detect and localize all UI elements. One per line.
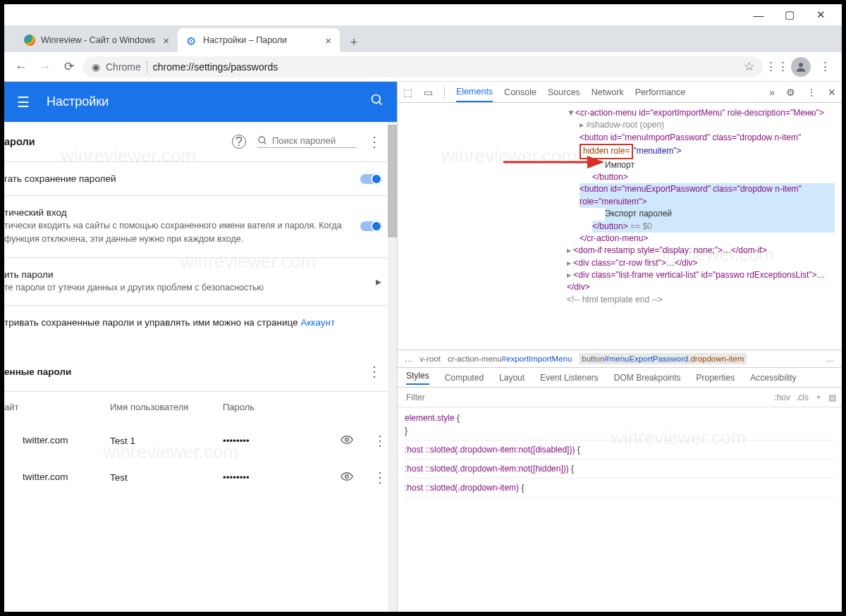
tab-accessibility[interactable]: Accessibility: [750, 373, 796, 383]
tab-layout[interactable]: Layout: [499, 373, 525, 383]
hov-toggle[interactable]: :hov: [774, 393, 790, 402]
menu-icon[interactable]: ☰: [17, 94, 30, 111]
forward-button[interactable]: →: [35, 57, 55, 77]
site-favicon-icon: [4, 471, 17, 483]
tab-console[interactable]: Console: [504, 83, 537, 101]
settings-page: ☰ Настройки ароли ? ⋮ гать сохранение: [4, 82, 397, 612]
tab-sources[interactable]: Sources: [548, 83, 580, 101]
saved-passwords-header: енные пароли: [4, 366, 357, 377]
devtools-panel: ⬚ ▭ Elements Console Sources Network Per…: [397, 82, 842, 612]
password-search-input[interactable]: [272, 135, 350, 146]
offer-save-passwords-toggle[interactable]: [360, 174, 381, 184]
browser-tab-2[interactable]: ⚙ Настройки – Пароли ×: [178, 28, 340, 52]
styles-pane[interactable]: element.style {}:host ::slotted(.dropdow…: [398, 407, 842, 612]
settings-scrollbar[interactable]: [388, 122, 397, 612]
dom-node[interactable]: <dom-if restamp style="display: none;">……: [573, 245, 766, 255]
tab-dom-breakpoints[interactable]: DOM Breakpoints: [614, 373, 681, 383]
dom-node[interactable]: </button>: [592, 221, 628, 231]
inspect-icon[interactable]: ⬚: [403, 87, 412, 98]
dom-node[interactable]: </button>: [592, 172, 628, 182]
auto-login-toggle[interactable]: [360, 221, 381, 231]
site-favicon-icon: [4, 434, 17, 447]
chrome-dino-icon: ◉: [92, 61, 100, 73]
window-maximize-button[interactable]: ▢: [784, 9, 795, 20]
tab-title: Winreview - Сайт о Windows: [41, 35, 155, 45]
devtools-tabs: ⬚ ▭ Elements Console Sources Network Per…: [398, 82, 842, 103]
dom-comment: <!-- html template end -->: [567, 295, 662, 304]
new-tab-button[interactable]: +: [344, 32, 364, 52]
tab-close-icon[interactable]: ×: [163, 35, 169, 47]
reveal-password-icon[interactable]: [341, 470, 353, 485]
section-title: ароли: [4, 136, 35, 147]
tab-computed[interactable]: Computed: [445, 373, 484, 383]
reload-button[interactable]: ⟳: [59, 57, 79, 77]
col-pass-header: Пароль: [223, 402, 307, 412]
reveal-password-icon[interactable]: [341, 433, 353, 448]
browser-tab-1[interactable]: Winreview - Сайт о Windows ×: [16, 28, 178, 52]
new-rule-icon[interactable]: ＋: [814, 391, 823, 403]
tab-strip: Winreview - Сайт о Windows × ⚙ Настройки…: [4, 25, 842, 52]
dom-node[interactable]: </cr-action-menu>: [580, 233, 648, 243]
tab-performance[interactable]: Performance: [635, 83, 686, 101]
svg-point-3: [259, 137, 265, 143]
styles-filter-input[interactable]: [403, 391, 768, 404]
dom-node[interactable]: <div class="cr-row first">…</div>: [573, 258, 697, 268]
omnibox-separator: [147, 61, 147, 73]
tab-event-listeners[interactable]: Event Listeners: [540, 373, 599, 383]
more-icon[interactable]: ⋮: [367, 363, 381, 380]
dom-tree[interactable]: ▼<cr-action-menu id="exportImportMenu" r…: [398, 103, 842, 350]
tab-network[interactable]: Network: [591, 83, 624, 101]
password-row[interactable]: twitter.comTest 1••••••••⋮: [4, 422, 397, 459]
tab-styles[interactable]: Styles: [406, 371, 429, 385]
tab-elements[interactable]: Elements: [456, 82, 493, 102]
col-site-header: айт: [4, 402, 110, 412]
omnibox-prefix: Chrome: [106, 61, 141, 73]
row-more-icon[interactable]: ⋮: [373, 469, 387, 486]
devtools-close-icon[interactable]: ✕: [828, 87, 836, 98]
search-icon[interactable]: [370, 93, 384, 111]
dom-shadow-root[interactable]: #shadow-root (open): [586, 120, 664, 130]
chrome-menu-button[interactable]: ⋮: [815, 57, 835, 77]
help-icon[interactable]: ?: [232, 135, 246, 149]
favicon-icon: [24, 35, 35, 46]
settings-content: ароли ? ⋮ гать сохранение паролей тическ…: [4, 122, 397, 612]
more-tabs-icon[interactable]: »: [769, 87, 775, 98]
bookmark-star-icon[interactable]: ☆: [744, 59, 754, 74]
omnibox[interactable]: ◉ Chrome chrome://settings/passwords ☆: [83, 56, 763, 78]
dom-text: Экспорт паролей: [605, 209, 672, 218]
window-minimize-button[interactable]: —: [753, 9, 764, 20]
more-icon[interactable]: ⋮: [367, 133, 381, 150]
tab-title: Настройки – Пароли: [203, 35, 287, 45]
settings-gear-icon: ⚙: [186, 35, 197, 46]
dom-node[interactable]: <cr-action-menu id="exportImportMenu" ro…: [575, 108, 824, 118]
chevron-right-icon[interactable]: ▸: [376, 275, 381, 288]
tab-close-icon[interactable]: ×: [325, 35, 331, 47]
svg-line-4: [264, 142, 266, 144]
row-more-icon[interactable]: ⋮: [373, 432, 387, 449]
window-close-button[interactable]: ✕: [815, 9, 826, 20]
password-search-box[interactable]: [257, 135, 356, 148]
browser-toolbar: ← → ⟳ ◉ Chrome chrome://settings/passwor…: [4, 52, 842, 82]
password-row[interactable]: twitter.comTest••••••••⋮: [4, 459, 397, 495]
window-titlebar: — ▢ ✕: [4, 4, 842, 25]
dom-node-selected[interactable]: <button id="menuExportPassword" class="d…: [580, 184, 802, 206]
offer-save-passwords-label: гать сохранение паролей: [4, 173, 350, 184]
auto-login-desc: тически входить на сайты с помощью сохра…: [4, 219, 350, 246]
devtools-menu-icon[interactable]: ⋮: [807, 87, 816, 98]
back-button[interactable]: ←: [11, 57, 31, 77]
cls-toggle[interactable]: .cls: [796, 393, 809, 402]
gear-icon[interactable]: ⚙: [786, 87, 795, 98]
extensions-button[interactable]: ⋮⋮: [767, 57, 787, 77]
svg-point-0: [799, 63, 803, 67]
dom-text: Импорт: [605, 160, 634, 170]
dom-node[interactable]: <button id="menuImportPassword" class="d…: [580, 133, 801, 142]
svg-point-5: [345, 438, 349, 442]
tab-properties[interactable]: Properties: [697, 373, 735, 383]
toggle-panel-icon[interactable]: ▤: [828, 393, 836, 402]
dom-node[interactable]: <div class="list-frame vertical-list" id…: [567, 270, 826, 292]
profile-avatar-button[interactable]: [791, 57, 811, 77]
account-link[interactable]: Аккаунт: [300, 317, 335, 328]
svg-point-1: [372, 95, 381, 104]
dom-breadcrumb[interactable]: … v-root cr-action-menu#exportImportMenu…: [398, 350, 842, 368]
device-icon[interactable]: ▭: [424, 87, 433, 98]
